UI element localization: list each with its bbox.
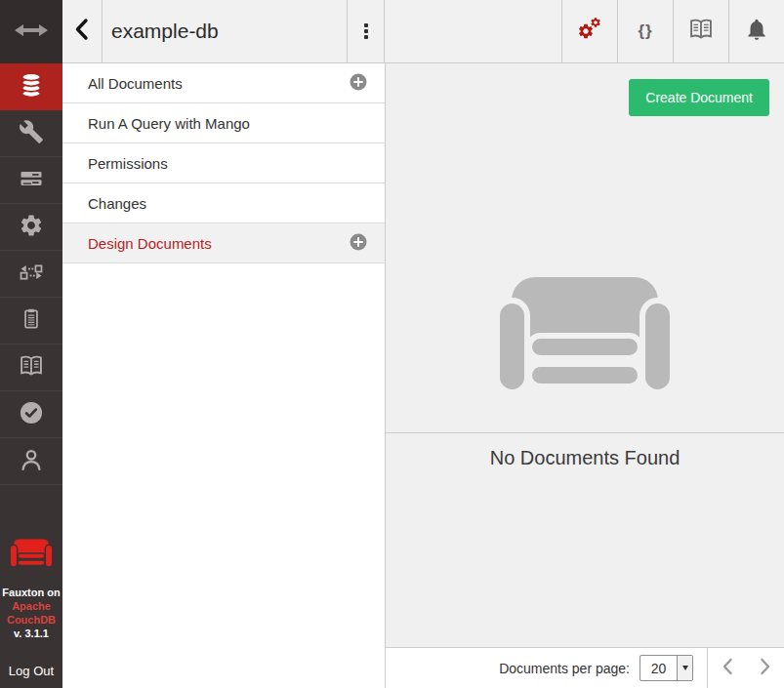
create-document-button[interactable]: Create Document [629,79,769,116]
settings-button[interactable] [561,0,617,62]
main-content: Create Document No Documents Found Docum… [386,63,784,688]
select-dropdown-icon [677,656,692,680]
databases-icon [17,70,46,103]
kebab-menu-button[interactable] [347,0,385,62]
sidebar-expand-button[interactable] [0,0,62,63]
menu-item-permissions[interactable]: Permissions [62,143,385,183]
menu-item-design-documents[interactable]: Design Documents [62,223,385,263]
sidebar-item-replication[interactable] [0,251,62,298]
chevron-left-icon [721,658,734,679]
per-page-value: 20 [640,656,677,680]
resize-arrows-icon [14,21,49,43]
settings-gears-icon [576,16,603,47]
couchdb-logo-icon [9,539,54,572]
sidebar-item-configuration[interactable] [0,204,62,251]
documentation-book-icon [18,352,45,384]
version-text: Fauxton on Apache CouchDB v. 3.1.1 [2,586,60,640]
fauxton-brand: Fauxton on Apache CouchDB v. 3.1.1 [0,539,62,640]
documentation-book-icon [687,16,715,47]
menu-item-mango-query[interactable]: Run A Query with Mango [62,103,385,143]
per-page-label: Documents per page: [499,661,630,676]
menu-item-changes[interactable]: Changes [62,183,385,223]
primary-sidebar: Fauxton on Apache CouchDB v. 3.1.1 Log O… [0,0,62,688]
add-new-icon[interactable] [350,233,367,254]
back-button[interactable] [62,0,102,62]
header-bar: example-db {} [62,0,784,63]
replication-icon [18,259,45,290]
servers-icon [18,165,45,196]
menu-item-label: Run A Query with Mango [88,115,250,132]
brand-line: Apache [2,599,60,613]
menu-item-label: Changes [88,195,146,212]
sidebar-item-verify[interactable] [0,391,62,438]
brand-line: Fauxton on [2,586,60,599]
empty-state-message: No Documents Found [386,447,784,469]
sidebar-item-active-tasks[interactable] [0,157,62,204]
chevron-right-icon [759,658,772,679]
json-api-button[interactable]: {} [617,0,673,62]
add-new-icon[interactable] [350,73,367,94]
sidebar-item-account[interactable] [0,438,62,485]
fauxton-app: Fauxton on Apache CouchDB v. 3.1.1 Log O… [0,0,784,688]
per-page-select[interactable]: 20 [640,655,693,681]
menu-item-label: All Documents [88,75,183,92]
sidebar-item-databases[interactable] [0,63,62,110]
menu-item-label: Permissions [88,155,168,172]
sidebar-item-active-jobs[interactable] [0,298,62,344]
brand-line: CouchDB [2,613,60,627]
database-menu: All Documents Run A Query with Mango Per… [62,63,386,688]
content-divider [386,432,784,433]
next-page-button[interactable] [746,648,784,688]
notification-bell-icon [744,17,769,46]
sidebar-item-setup[interactable] [0,110,62,157]
gear-icon [19,213,44,242]
pagination-footer: Documents per page: 20 [386,647,784,688]
documentation-button[interactable] [673,0,728,62]
logout-button[interactable]: Log Out [0,664,62,678]
menu-item-label: Design Documents [88,235,212,252]
menu-item-all-documents[interactable]: All Documents [62,63,385,103]
database-title: example-db [103,0,347,62]
notifications-button[interactable] [728,0,784,62]
clipboard-icon [19,306,44,336]
verify-check-icon [18,399,45,430]
empty-couch-icon [493,275,677,400]
user-icon [18,446,45,477]
sidebar-item-documentation[interactable] [0,344,62,391]
previous-page-button[interactable] [708,648,746,688]
chevron-left-icon [70,17,94,46]
json-braces-icon: {} [638,21,652,41]
brand-line: v. 3.1.1 [2,627,60,640]
wrench-icon [19,119,44,148]
